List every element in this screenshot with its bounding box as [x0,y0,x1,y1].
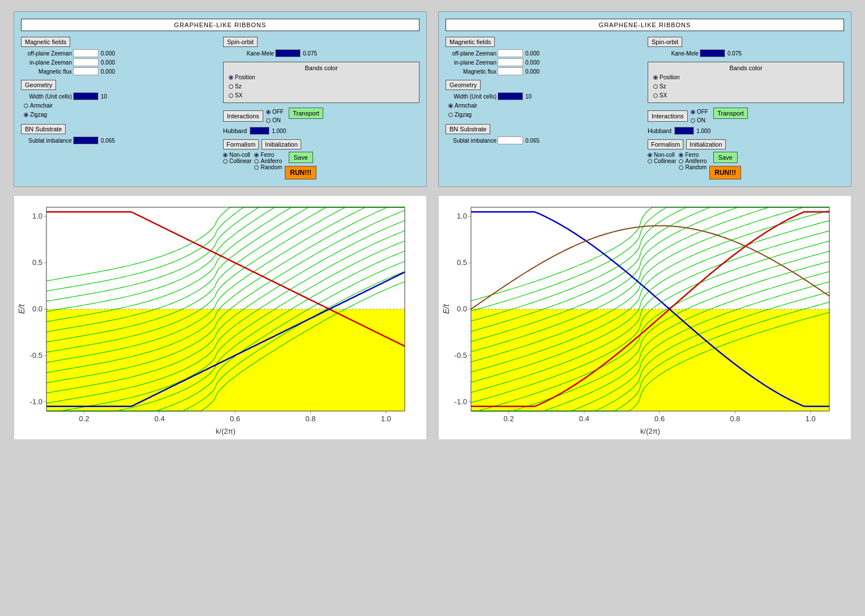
formalism-section: Non-coll Collinear [223,152,251,164]
save-button-2[interactable]: Save [713,152,738,163]
non-coll-radio[interactable] [223,153,228,157]
non-coll-radio-2[interactable] [648,153,652,157]
sublat-input[interactable] [73,136,99,144]
ferro-row-2: Ferro [679,152,706,158]
position-radio-2[interactable] [653,75,658,80]
bands-color-title-2: Bands color [650,65,841,71]
initialization-box: Initialization [262,139,301,149]
sz-radio[interactable] [229,84,233,89]
interactions-area: Interactions OFF ON [223,108,286,137]
sx-label: SX [235,91,242,100]
on-label: ON [272,116,281,125]
random-label-2: Random [685,164,706,170]
random-label: Random [260,164,282,170]
hubbard-input[interactable] [250,127,269,135]
right-col-2: Spin-orbit Kane-Mele 0.075 Bands color P… [648,37,844,179]
antiferro-radio[interactable] [254,159,259,164]
ferro-row: Ferro [254,152,282,158]
off-plane-input[interactable] [73,49,99,57]
off-plane-input-2[interactable] [498,49,523,57]
kane-mele-row-2: Kane-Mele 0.075 [648,49,844,57]
armchair-row: Armchair [24,101,217,110]
bands-radio-group: Position Sz SX [229,73,417,100]
form-init-row-2: Formalism Initialization [648,139,844,149]
sz-radio-2[interactable] [653,84,658,89]
mag-flux-input-2[interactable] [498,67,523,75]
antiferro-row: Antiferro [254,158,282,164]
non-coll-label-2: Non-coll [654,152,675,158]
on-radio[interactable] [266,118,271,123]
sublat-input-2[interactable] [498,136,523,144]
armchair-radio-2[interactable] [448,104,453,108]
antiferro-radio-2[interactable] [679,159,683,164]
geometry-radio-group-2: Armchair Zigzag [448,101,642,119]
kane-mele-row: Kane-Mele 0.075 [223,49,419,57]
bands-color-section-2: Bands color Position Sz SX [648,62,844,103]
geometry-section-2: Geometry Width (Unit cells) 10 Armchair [446,80,642,119]
off-radio[interactable] [266,110,271,114]
mag-flux-value-2: 0.000 [525,69,539,75]
width-input[interactable] [73,92,99,100]
zigzag-radio[interactable] [24,113,28,117]
save-button[interactable]: Save [289,152,313,163]
left-col: Magnetic fields off-plane Zeeman 0.000 i… [21,37,217,179]
ferro-radio[interactable] [254,153,259,157]
off-label: OFF [272,108,284,116]
mag-flux-label: Magnetic flux [21,69,72,75]
on-radio-2[interactable] [691,118,695,123]
random-row-2: Random [679,164,706,170]
hubbard-row-2: Hubbard 1.000 [648,127,710,135]
collinear-radio[interactable] [223,159,228,164]
hubbard-input-2[interactable] [674,127,694,135]
kane-mele-input[interactable] [275,49,301,57]
sx-radio[interactable] [229,93,233,98]
non-coll-label: Non-coll [229,152,250,158]
kane-mele-value-2: 0.075 [727,50,742,57]
chart-left-container [14,195,427,440]
width-row: Width (Unit cells) 10 [21,92,217,100]
armchair-radio[interactable] [24,104,28,108]
transport-button-2[interactable]: Transport [713,108,748,119]
kane-mele-label: Kane-Mele [223,50,274,57]
sz-label: Sz [235,82,242,91]
random-radio[interactable] [254,165,259,170]
off-plane-row: off-plane Zeeman 0.000 [21,49,217,57]
zigzag-radio-2[interactable] [448,113,453,117]
kane-mele-input-2[interactable] [700,49,725,57]
in-plane-input-2[interactable] [498,58,523,66]
sx-radio-2[interactable] [653,93,658,98]
sublat-label-2: Sublat imbalance [446,138,496,144]
bands-color-title: Bands color [226,65,417,71]
antiferro-row-2: Antiferro [679,158,706,164]
collinear-radio-2[interactable] [648,159,652,164]
on-row: ON [266,116,284,125]
sz-row: Sz [229,82,417,91]
position-row: Position [229,73,417,82]
width-input-2[interactable] [498,92,523,100]
panel-right: GRAPHENE-LIKE RIBBONS Magnetic fields of… [438,11,851,187]
off-on-group-2: OFF ON [691,108,708,125]
off-row-2: OFF [691,108,708,116]
non-coll-row-2: Non-coll [648,152,676,158]
run-button-2[interactable]: RUN!!! [709,166,741,179]
transport-button[interactable]: Transport [289,108,323,119]
mag-flux-value: 0.000 [101,69,115,75]
armchair-row-2: Armchair [448,101,642,110]
in-plane-label-2: in-plane Zeeman [446,59,496,66]
random-radio-2[interactable] [679,165,683,170]
run-button[interactable]: RUN!!! [285,166,316,179]
position-radio[interactable] [229,75,233,80]
off-radio-2[interactable] [691,110,695,114]
formalism-box: Formalism [223,139,259,149]
off-plane-label-2: off-plane Zeeman [446,50,496,57]
spin-orbit-label-2: Spin-orbit [648,37,682,47]
in-plane-row-2: in-plane Zeeman 0.000 [446,58,642,66]
mag-flux-input[interactable] [73,67,99,75]
bands-color-section: Bands color Position Sz SX [223,62,419,103]
formalism-section-2: Non-coll Collinear [648,152,676,164]
off-plane-value-2: 0.000 [525,50,539,57]
in-plane-input[interactable] [73,58,99,66]
non-coll-row: Non-coll [223,152,251,158]
ferro-radio-2[interactable] [679,153,683,157]
interactions-area-2: Interactions OFF ON [648,108,710,137]
